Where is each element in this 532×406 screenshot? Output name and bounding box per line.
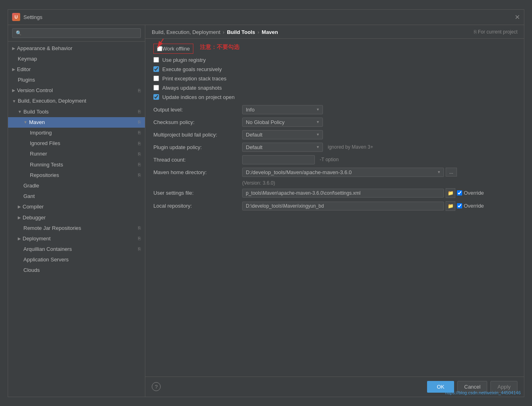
sidebar-item-label: Plugins (18, 76, 35, 84)
close-button[interactable]: ✕ (515, 13, 520, 21)
thread-count-suffix: -T option (320, 157, 339, 162)
copy-icon: ⎘ (138, 119, 141, 125)
sidebar-item-arquillian[interactable]: Arquillian Containers ⎘ (8, 244, 145, 255)
maven-home-select[interactable]: D:/develop_tools/Maven/apache-maven-3.6.… (242, 168, 444, 177)
help-button[interactable]: ? (152, 382, 161, 391)
plugin-update-select[interactable]: Default Always Never Daily (242, 143, 323, 152)
sidebar-item-plugins[interactable]: Plugins (8, 75, 145, 85)
sidebar-item-importing[interactable]: Importing ⎘ (8, 128, 145, 138)
sidebar-item-label: Keymap (18, 55, 37, 63)
plugin-update-policy-label: Plugin update policy: (153, 144, 242, 150)
checksum-policy-label: Checksum policy: (153, 119, 242, 125)
sidebar-item-gradle[interactable]: Gradle (8, 181, 145, 191)
sidebar-item-debugger[interactable]: ▶ Debugger (8, 212, 145, 223)
always-update-checkbox[interactable] (153, 85, 159, 90)
checksum-policy-select[interactable]: No Global Policy Warn Fail Ignore (242, 118, 323, 127)
execute-goals-label: Execute goals recursively (162, 66, 222, 72)
update-indices-row: Update indices on project open (153, 93, 516, 101)
for-project-label: ⎘ For current project (474, 29, 517, 35)
maven-home-row: Maven home directory: D:/develop_tools/M… (153, 168, 516, 177)
thread-count-row: Thread count: -T option (153, 155, 516, 164)
update-indices-checkbox[interactable] (153, 94, 159, 100)
output-level-select[interactable]: Info Debug Warning Error (242, 105, 323, 114)
breadcrumb-sep2: › (258, 29, 259, 35)
search-input[interactable] (12, 28, 141, 38)
sidebar-item-app-servers[interactable]: Application Servers (8, 255, 145, 265)
sidebar-item-version-control[interactable]: ▶ Version Control ⎘ (8, 85, 145, 96)
use-plugin-registry-checkbox[interactable] (153, 57, 159, 63)
copy-icon: ⎘ (138, 141, 141, 147)
settings-window: U Settings ✕ ▶ Appearance & Behavior Key… (8, 9, 524, 397)
local-repo-label: Local repository: (153, 203, 242, 209)
output-level-dropdown-wrapper: Info Debug Warning Error (242, 105, 323, 114)
sidebar-item-repositories[interactable]: Repositories ⎘ (8, 170, 145, 181)
plugin-update-dropdown-wrapper: Default Always Never Daily (242, 143, 323, 152)
user-settings-override-label: Override (464, 190, 484, 196)
expand-arrow: ▼ (18, 109, 22, 115)
sidebar-item-label: Debugger (23, 214, 46, 221)
settings-panel: Work offline 注意：不要勾选 Use plugin registry… (145, 39, 524, 377)
sidebar-item-deployment[interactable]: ▶ Deployment ⎘ (8, 234, 145, 244)
local-repo-control: 📁 Override (242, 201, 484, 211)
execute-goals-checkbox[interactable] (153, 66, 159, 72)
work-offline-label: Work offline (162, 46, 190, 52)
user-settings-override-checkbox[interactable] (457, 190, 462, 196)
sidebar-item-clouds[interactable]: Clouds (8, 265, 145, 276)
work-offline-checkbox[interactable] (157, 46, 162, 51)
user-settings-browse-button[interactable]: 📁 (446, 188, 455, 198)
user-settings-input[interactable] (242, 189, 444, 198)
breadcrumb: Build, Execution, Deployment › Build Too… (145, 25, 524, 39)
sidebar-item-label: Application Servers (23, 256, 69, 263)
sidebar-item-label: Arquillian Containers (23, 246, 72, 253)
sidebar-item-ignored-files[interactable]: Ignored Files ⎘ (8, 138, 145, 149)
copy-icon: ⎘ (138, 172, 141, 178)
thread-count-input[interactable] (242, 155, 315, 164)
sidebar-item-label: Appearance & Behavior (17, 45, 72, 52)
user-settings-row: User settings file: 📁 Override (153, 188, 516, 198)
multiproject-policy-select[interactable]: Default Fail At End Never Fail Fail Fast (242, 130, 323, 139)
sidebar-item-build-execution[interactable]: ▼ Build, Execution, Deployment (8, 96, 145, 106)
main-content: Build, Execution, Deployment › Build Too… (145, 25, 524, 397)
title-bar: U Settings ✕ (8, 10, 524, 25)
sidebar-item-editor[interactable]: ▶ Editor (8, 64, 145, 75)
copy-icon: ⎘ (138, 162, 141, 168)
breadcrumb-part1: Build, Execution, Deployment (152, 29, 220, 35)
checksum-dropdown-wrapper: No Global Policy Warn Fail Ignore (242, 118, 323, 127)
copy-icon: ⎘ (138, 236, 141, 242)
sidebar-item-label: Clouds (23, 267, 40, 274)
use-plugin-registry-label: Use plugin registry (162, 57, 206, 63)
sidebar-item-gant[interactable]: Gant (8, 191, 145, 202)
sidebar-tree: ▶ Appearance & Behavior Keymap ▶ Editor … (8, 42, 145, 397)
sidebar-item-appearance[interactable]: ▶ Appearance & Behavior (8, 43, 145, 54)
local-repo-input[interactable] (242, 202, 444, 210)
plugin-update-policy-control: Default Always Never Daily ignored by Ma… (242, 143, 373, 152)
local-repo-browse-button[interactable]: 📁 (446, 201, 455, 211)
watermark: https://blog.csdn.net/weixin_44504146 (445, 390, 521, 395)
breadcrumb-sep1: › (223, 29, 224, 35)
sidebar-item-maven[interactable]: ▼ Maven ⎘ (8, 117, 145, 128)
sidebar-item-build-tools[interactable]: ▼ Build Tools ⎘ (8, 107, 145, 117)
print-exception-checkbox[interactable] (153, 76, 159, 81)
app-icon: U (12, 13, 20, 21)
sidebar-item-label: Build, Execution, Deployment (18, 97, 86, 105)
use-plugin-registry-row: Use plugin registry (153, 56, 516, 64)
local-repo-override-checkbox[interactable] (457, 203, 462, 208)
local-repo-override: Override (457, 203, 484, 209)
maven-home-browse-button[interactable]: ... (446, 168, 457, 177)
sidebar-item-label: Ignored Files (30, 140, 60, 147)
sidebar-item-runner[interactable]: Runner ⎘ (8, 149, 145, 159)
checksum-policy-control: No Global Policy Warn Fail Ignore (242, 118, 323, 127)
always-update-row: Always update snapshots (153, 84, 516, 92)
multiproject-policy-control: Default Fail At End Never Fail Fail Fast (242, 130, 323, 139)
maven-version-text: (Version: 3.6.0) (153, 180, 516, 186)
sidebar-item-running-tests[interactable]: Running Tests ⎘ (8, 160, 145, 170)
copy-icon: ⎘ (138, 246, 141, 252)
multiproject-policy-label: Multiproject build fail policy: (153, 132, 242, 138)
sidebar-item-keymap[interactable]: Keymap (8, 54, 145, 64)
user-settings-override: Override (457, 190, 484, 196)
expand-arrow: ▶ (12, 46, 15, 51)
maven-home-dropdown-wrapper: D:/develop_tools/Maven/apache-maven-3.6.… (242, 168, 444, 177)
sidebar-item-label: Importing (30, 129, 52, 137)
sidebar-item-remote-jar[interactable]: Remote Jar Repositories ⎘ (8, 223, 145, 234)
sidebar-item-compiler[interactable]: ▶ Compiler (8, 202, 145, 212)
